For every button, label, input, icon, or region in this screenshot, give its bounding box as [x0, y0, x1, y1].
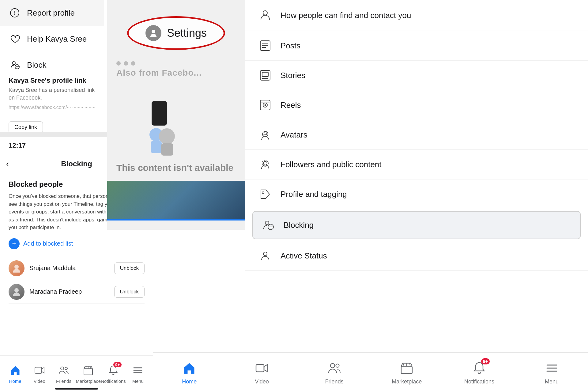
nav-home[interactable]: Home: [3, 364, 27, 384]
home-indicator: [55, 388, 98, 390]
content-unavailable: This content isn't available: [116, 163, 245, 173]
video-icon: [254, 360, 270, 376]
avatars-label: Avatars: [281, 130, 307, 140]
nav-friends[interactable]: Friends: [51, 364, 76, 384]
svg-point-11: [14, 288, 19, 292]
content-unavailable-text: This content isn't available: [116, 163, 233, 173]
stories-icon: [257, 67, 273, 83]
active-icon: [257, 248, 273, 264]
nav-marketplace[interactable]: Marketplace: [76, 364, 101, 384]
home-icon: [181, 360, 197, 376]
full-nav-video-label: Video: [255, 379, 269, 385]
blocked-person-name: Srujana Maddula: [29, 265, 114, 272]
posts-label: Posts: [281, 41, 300, 51]
nav-video[interactable]: Video: [27, 364, 51, 384]
marketplace-icon: [399, 360, 415, 376]
svg-point-45: [263, 252, 267, 256]
profile-tagging-item[interactable]: Profile and tagging: [245, 179, 588, 209]
right-settings-panel: How people can find and contact you Post…: [245, 0, 588, 352]
profile-tagging-label: Profile and tagging: [281, 190, 347, 199]
full-nav-marketplace[interactable]: Marketplace: [382, 360, 431, 385]
blocking-item[interactable]: Blocking: [252, 211, 581, 239]
profile-link-title: Kavya Sree's profile link: [9, 77, 96, 85]
full-nav-marketplace-label: Marketplace: [392, 379, 422, 385]
svg-point-47: [330, 364, 335, 368]
svg-point-39: [263, 161, 267, 165]
svg-rect-24: [161, 143, 173, 156]
svg-rect-46: [256, 364, 264, 372]
svg-rect-22: [151, 141, 162, 153]
blocking-screen-title: Blocking: [61, 160, 92, 168]
bottom-navigation: Home Video Friends: [0, 355, 153, 392]
profile-link-url: https://www.facebook.com/··· ········ ··…: [9, 105, 96, 116]
how-find-label: How people can find and contact you: [281, 11, 411, 20]
blocked-person-row: Srujana Maddula Unblock: [9, 257, 145, 280]
dot: [124, 61, 128, 66]
profile-link-desc: Kavya Sree has a personalised link on Fa…: [9, 86, 96, 102]
bell-icon: 9+: [107, 364, 120, 377]
full-bottom-navigation: Home Video Friends: [153, 352, 588, 392]
stories-item[interactable]: Stories: [245, 61, 588, 90]
nav-notifications[interactable]: 9+ Notifications: [101, 364, 126, 384]
full-nav-menu[interactable]: Menu: [527, 360, 576, 385]
svg-point-23: [159, 128, 175, 144]
also-from-section: Also from Facebo...: [116, 61, 242, 78]
plus-icon: +: [9, 238, 20, 249]
video-icon: [33, 364, 46, 377]
settings-label: Settings: [167, 27, 207, 40]
nav-home-label: Home: [9, 379, 21, 384]
menu-icon: [131, 364, 144, 377]
unblock-button[interactable]: Unblock: [114, 286, 145, 298]
followers-item[interactable]: Followers and public content: [245, 150, 588, 179]
also-from-label: Also from Facebo...: [116, 68, 202, 77]
status-time: 12:17: [9, 141, 26, 149]
full-nav-friends-label: Friends: [325, 379, 344, 385]
avatars-item[interactable]: Avatars: [245, 120, 588, 150]
avatar: [9, 260, 24, 276]
unblock-button[interactable]: Unblock: [114, 262, 145, 274]
nav-marketplace-label: Marketplace: [76, 379, 101, 384]
bell-icon: 9+: [471, 360, 487, 376]
posts-icon: [257, 38, 273, 54]
avatar-placeholder: [9, 260, 24, 276]
report-menu-item[interactable]: ! Report profile: [0, 0, 104, 26]
progress-bar: [107, 219, 245, 221]
friends-icon: [57, 364, 70, 377]
full-nav-friends[interactable]: Friends: [310, 360, 359, 385]
full-nav-notifications-label: Notifications: [464, 379, 494, 385]
back-button[interactable]: ‹: [6, 159, 9, 169]
full-nav-notifications[interactable]: 9+ Notifications: [455, 360, 504, 385]
nav-menu-label: Menu: [132, 379, 144, 384]
reels-label: Reels: [281, 100, 301, 110]
full-nav-home[interactable]: Home: [165, 360, 214, 385]
svg-rect-15: [84, 369, 92, 375]
svg-line-52: [403, 363, 404, 366]
full-nav-video[interactable]: Video: [237, 360, 286, 385]
reels-item[interactable]: Reels: [245, 90, 588, 120]
svg-text:!: !: [14, 10, 15, 16]
help-menu-item[interactable]: Help Kavya Sree: [0, 26, 104, 52]
svg-point-10: [14, 265, 19, 269]
block-icon: [9, 59, 21, 71]
svg-point-19: [152, 30, 155, 33]
notification-badge: 9+: [113, 362, 122, 367]
report-icon: !: [9, 7, 21, 19]
menu-icon: [544, 360, 560, 376]
add-to-blocked-list-button[interactable]: + Add to blocked list: [9, 238, 145, 249]
active-status-item[interactable]: Active Status: [245, 241, 588, 271]
how-find-item[interactable]: How people can find and contact you: [245, 0, 588, 31]
svg-rect-31: [262, 72, 268, 77]
blocked-person-row: Maradana Pradeep Unblock: [9, 280, 145, 304]
blocking-label: Blocking: [284, 221, 314, 230]
nav-notifications-label: Notifications: [101, 379, 126, 384]
dot: [131, 61, 135, 66]
heart-icon: [9, 33, 21, 45]
settings-oval: Settings: [127, 16, 225, 50]
photo-strip: [107, 181, 245, 221]
full-nav-menu-label: Menu: [545, 379, 559, 385]
posts-item[interactable]: Posts: [245, 31, 588, 61]
notification-badge: 9+: [481, 358, 490, 364]
nav-menu[interactable]: Menu: [126, 364, 150, 384]
settings-user-icon: [145, 25, 161, 41]
marketplace-icon: [82, 364, 95, 377]
